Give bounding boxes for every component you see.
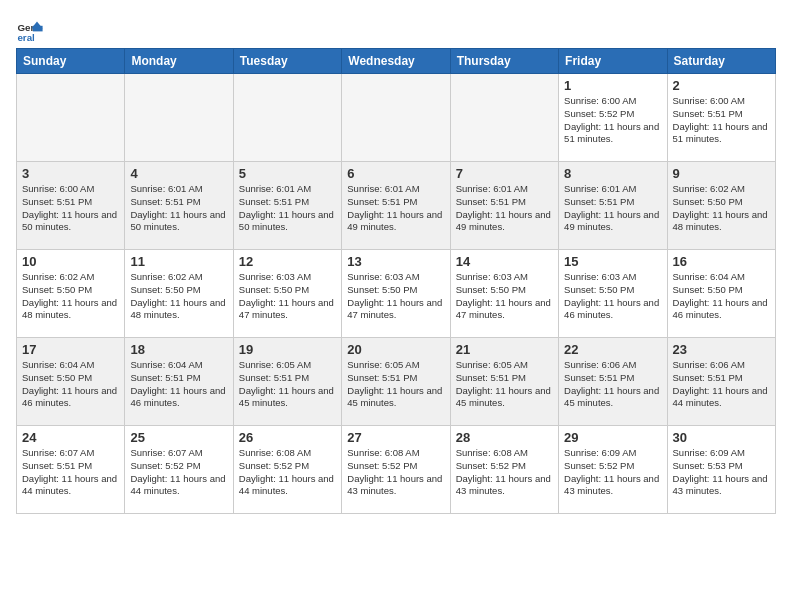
- calendar-cell: 28Sunrise: 6:08 AMSunset: 5:52 PMDayligh…: [450, 426, 558, 514]
- day-info: Sunrise: 6:01 AMSunset: 5:51 PMDaylight:…: [239, 183, 336, 234]
- header-sunday: Sunday: [17, 49, 125, 74]
- calendar-cell: [233, 74, 341, 162]
- day-info: Sunrise: 6:04 AMSunset: 5:51 PMDaylight:…: [130, 359, 227, 410]
- calendar-week-4: 17Sunrise: 6:04 AMSunset: 5:50 PMDayligh…: [17, 338, 776, 426]
- calendar-cell: [125, 74, 233, 162]
- day-info: Sunrise: 6:05 AMSunset: 5:51 PMDaylight:…: [239, 359, 336, 410]
- calendar-cell: 8Sunrise: 6:01 AMSunset: 5:51 PMDaylight…: [559, 162, 667, 250]
- day-number: 30: [673, 430, 770, 445]
- calendar-cell: 22Sunrise: 6:06 AMSunset: 5:51 PMDayligh…: [559, 338, 667, 426]
- day-number: 6: [347, 166, 444, 181]
- day-number: 20: [347, 342, 444, 357]
- calendar-week-1: 1Sunrise: 6:00 AMSunset: 5:52 PMDaylight…: [17, 74, 776, 162]
- day-info: Sunrise: 6:02 AMSunset: 5:50 PMDaylight:…: [22, 271, 119, 322]
- calendar-cell: 9Sunrise: 6:02 AMSunset: 5:50 PMDaylight…: [667, 162, 775, 250]
- day-number: 26: [239, 430, 336, 445]
- calendar-cell: [342, 74, 450, 162]
- day-number: 8: [564, 166, 661, 181]
- calendar-cell: 12Sunrise: 6:03 AMSunset: 5:50 PMDayligh…: [233, 250, 341, 338]
- day-info: Sunrise: 6:01 AMSunset: 5:51 PMDaylight:…: [456, 183, 553, 234]
- calendar-cell: 7Sunrise: 6:01 AMSunset: 5:51 PMDaylight…: [450, 162, 558, 250]
- logo: Gen eral: [16, 16, 48, 44]
- calendar-cell: 2Sunrise: 6:00 AMSunset: 5:51 PMDaylight…: [667, 74, 775, 162]
- day-info: Sunrise: 6:07 AMSunset: 5:52 PMDaylight:…: [130, 447, 227, 498]
- svg-text:eral: eral: [17, 32, 35, 43]
- day-info: Sunrise: 6:05 AMSunset: 5:51 PMDaylight:…: [456, 359, 553, 410]
- header-friday: Friday: [559, 49, 667, 74]
- day-info: Sunrise: 6:08 AMSunset: 5:52 PMDaylight:…: [456, 447, 553, 498]
- day-number: 10: [22, 254, 119, 269]
- calendar-cell: 1Sunrise: 6:00 AMSunset: 5:52 PMDaylight…: [559, 74, 667, 162]
- day-info: Sunrise: 6:06 AMSunset: 5:51 PMDaylight:…: [564, 359, 661, 410]
- day-number: 14: [456, 254, 553, 269]
- day-number: 21: [456, 342, 553, 357]
- header-tuesday: Tuesday: [233, 49, 341, 74]
- calendar-cell: 11Sunrise: 6:02 AMSunset: 5:50 PMDayligh…: [125, 250, 233, 338]
- calendar-cell: 4Sunrise: 6:01 AMSunset: 5:51 PMDaylight…: [125, 162, 233, 250]
- day-number: 9: [673, 166, 770, 181]
- day-info: Sunrise: 6:01 AMSunset: 5:51 PMDaylight:…: [347, 183, 444, 234]
- page-header: Gen eral: [16, 16, 776, 44]
- day-info: Sunrise: 6:09 AMSunset: 5:52 PMDaylight:…: [564, 447, 661, 498]
- day-number: 7: [456, 166, 553, 181]
- day-number: 15: [564, 254, 661, 269]
- day-number: 25: [130, 430, 227, 445]
- day-number: 29: [564, 430, 661, 445]
- svg-marker-3: [33, 26, 43, 32]
- day-number: 18: [130, 342, 227, 357]
- calendar-cell: 15Sunrise: 6:03 AMSunset: 5:50 PMDayligh…: [559, 250, 667, 338]
- calendar-cell: 6Sunrise: 6:01 AMSunset: 5:51 PMDaylight…: [342, 162, 450, 250]
- calendar-cell: 16Sunrise: 6:04 AMSunset: 5:50 PMDayligh…: [667, 250, 775, 338]
- calendar-cell: 25Sunrise: 6:07 AMSunset: 5:52 PMDayligh…: [125, 426, 233, 514]
- day-info: Sunrise: 6:00 AMSunset: 5:51 PMDaylight:…: [22, 183, 119, 234]
- calendar-cell: 23Sunrise: 6:06 AMSunset: 5:51 PMDayligh…: [667, 338, 775, 426]
- calendar-cell: 13Sunrise: 6:03 AMSunset: 5:50 PMDayligh…: [342, 250, 450, 338]
- day-number: 28: [456, 430, 553, 445]
- day-info: Sunrise: 6:09 AMSunset: 5:53 PMDaylight:…: [673, 447, 770, 498]
- day-info: Sunrise: 6:00 AMSunset: 5:52 PMDaylight:…: [564, 95, 661, 146]
- calendar-cell: 10Sunrise: 6:02 AMSunset: 5:50 PMDayligh…: [17, 250, 125, 338]
- day-number: 5: [239, 166, 336, 181]
- calendar-cell: 20Sunrise: 6:05 AMSunset: 5:51 PMDayligh…: [342, 338, 450, 426]
- day-info: Sunrise: 6:04 AMSunset: 5:50 PMDaylight:…: [22, 359, 119, 410]
- day-number: 13: [347, 254, 444, 269]
- day-info: Sunrise: 6:03 AMSunset: 5:50 PMDaylight:…: [456, 271, 553, 322]
- day-number: 22: [564, 342, 661, 357]
- day-number: 12: [239, 254, 336, 269]
- day-number: 1: [564, 78, 661, 93]
- day-number: 19: [239, 342, 336, 357]
- calendar-cell: 18Sunrise: 6:04 AMSunset: 5:51 PMDayligh…: [125, 338, 233, 426]
- day-info: Sunrise: 6:04 AMSunset: 5:50 PMDaylight:…: [673, 271, 770, 322]
- day-info: Sunrise: 6:05 AMSunset: 5:51 PMDaylight:…: [347, 359, 444, 410]
- header-monday: Monday: [125, 49, 233, 74]
- day-info: Sunrise: 6:01 AMSunset: 5:51 PMDaylight:…: [130, 183, 227, 234]
- day-number: 3: [22, 166, 119, 181]
- day-info: Sunrise: 6:00 AMSunset: 5:51 PMDaylight:…: [673, 95, 770, 146]
- day-info: Sunrise: 6:08 AMSunset: 5:52 PMDaylight:…: [347, 447, 444, 498]
- day-info: Sunrise: 6:03 AMSunset: 5:50 PMDaylight:…: [347, 271, 444, 322]
- logo-icon: Gen eral: [16, 16, 44, 44]
- day-number: 17: [22, 342, 119, 357]
- calendar-cell: 24Sunrise: 6:07 AMSunset: 5:51 PMDayligh…: [17, 426, 125, 514]
- day-info: Sunrise: 6:02 AMSunset: 5:50 PMDaylight:…: [130, 271, 227, 322]
- calendar-week-2: 3Sunrise: 6:00 AMSunset: 5:51 PMDaylight…: [17, 162, 776, 250]
- day-info: Sunrise: 6:01 AMSunset: 5:51 PMDaylight:…: [564, 183, 661, 234]
- day-number: 23: [673, 342, 770, 357]
- day-number: 2: [673, 78, 770, 93]
- day-number: 16: [673, 254, 770, 269]
- day-info: Sunrise: 6:06 AMSunset: 5:51 PMDaylight:…: [673, 359, 770, 410]
- day-number: 4: [130, 166, 227, 181]
- day-info: Sunrise: 6:03 AMSunset: 5:50 PMDaylight:…: [239, 271, 336, 322]
- calendar-cell: 3Sunrise: 6:00 AMSunset: 5:51 PMDaylight…: [17, 162, 125, 250]
- calendar-cell: 26Sunrise: 6:08 AMSunset: 5:52 PMDayligh…: [233, 426, 341, 514]
- calendar-cell: [17, 74, 125, 162]
- calendar-cell: 19Sunrise: 6:05 AMSunset: 5:51 PMDayligh…: [233, 338, 341, 426]
- day-info: Sunrise: 6:08 AMSunset: 5:52 PMDaylight:…: [239, 447, 336, 498]
- calendar-cell: 5Sunrise: 6:01 AMSunset: 5:51 PMDaylight…: [233, 162, 341, 250]
- calendar-week-5: 24Sunrise: 6:07 AMSunset: 5:51 PMDayligh…: [17, 426, 776, 514]
- day-number: 27: [347, 430, 444, 445]
- calendar: SundayMondayTuesdayWednesdayThursdayFrid…: [16, 48, 776, 514]
- header-wednesday: Wednesday: [342, 49, 450, 74]
- calendar-cell: 27Sunrise: 6:08 AMSunset: 5:52 PMDayligh…: [342, 426, 450, 514]
- day-info: Sunrise: 6:03 AMSunset: 5:50 PMDaylight:…: [564, 271, 661, 322]
